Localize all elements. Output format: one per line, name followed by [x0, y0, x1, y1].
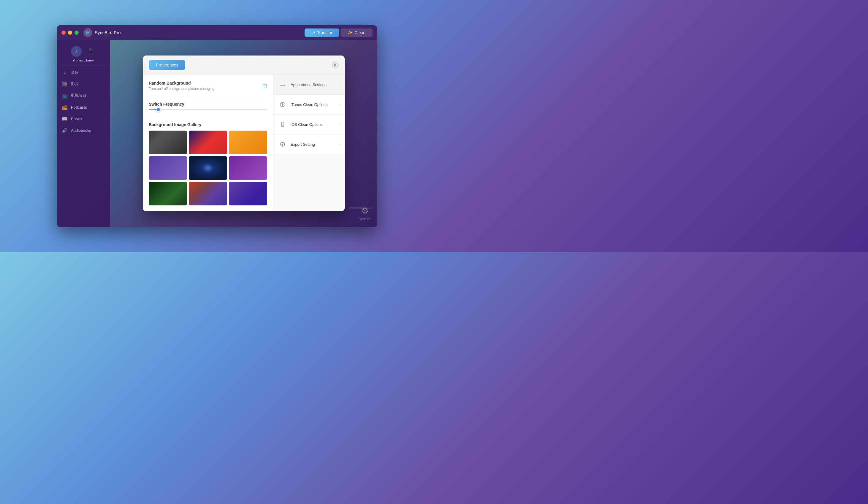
podcasts-icon: 📻 [61, 104, 68, 110]
modal-header: Preferences × [143, 55, 345, 75]
title-bar: 🐦 SyncBird Pro ↗ Transfer ✨ Clean [57, 25, 377, 40]
sidebar-item-music[interactable]: ♪ 音乐 [57, 67, 110, 78]
sidebar-library-label: iTunes Library [57, 59, 110, 64]
export-label: Export Setting [291, 142, 315, 147]
slider-thumb[interactable] [156, 107, 161, 112]
ios-arrow: › [339, 122, 340, 126]
gallery-item-1[interactable] [149, 131, 187, 154]
books-icon: 📖 [61, 116, 68, 122]
sidebar-item-tv[interactable]: 📺 电视节目 [57, 90, 110, 102]
switch-freq-title: Switch Frequency [149, 102, 267, 106]
sidebar-tab-itunes[interactable]: ♪ [71, 46, 82, 57]
svg-rect-1 [280, 85, 283, 85]
itunes-label: iTunes Clean Options [291, 102, 328, 107]
svg-rect-0 [280, 84, 285, 84]
svg-point-8 [282, 144, 283, 145]
sidebar-item-podcasts-label: Podcasts [71, 105, 87, 110]
tab-transfer[interactable]: ↗ Transfer [304, 29, 340, 37]
music-icon: ♪ [61, 70, 68, 75]
clean-icon: ✨ [348, 30, 353, 35]
gallery-item-4[interactable] [149, 156, 187, 180]
svg-point-4 [282, 104, 283, 105]
random-background-section: Random Background Turn on / off backgrou… [149, 81, 267, 91]
sidebar-item-audiobooks[interactable]: 🔊 Audiobooks [57, 125, 110, 136]
modal-body: Random Background Turn on / off backgrou… [143, 75, 345, 211]
tab-clean-label: Clean [354, 30, 365, 35]
appearance-arrow: › [339, 83, 340, 87]
minimize-button[interactable] [68, 31, 72, 35]
svg-point-6 [282, 125, 283, 126]
tab-clean[interactable]: ✨ Clean [341, 29, 373, 37]
sidebar-item-tv-label: 电视节目 [71, 93, 86, 98]
audiobooks-icon: 🔊 [61, 127, 68, 133]
random-bg-title: Random Background [149, 81, 267, 85]
tv-icon: 📺 [61, 93, 68, 99]
export-icon [278, 140, 287, 149]
title-bar-tabs: ↗ Transfer ✨ Clean [304, 29, 373, 37]
gallery-item-5[interactable] [189, 156, 227, 180]
sidebar-item-books-label: Books [71, 117, 82, 121]
modal-overlay: Preferences × Random Background Turn on … [110, 40, 377, 227]
sidebar-item-movies-label: 影片 [71, 81, 79, 87]
preferences-button[interactable]: Preferences [149, 60, 185, 70]
bird-icon: 🐦 [85, 30, 91, 35]
transfer-icon: ↗ [312, 30, 315, 35]
ios-label: iOS Clean Options [291, 122, 323, 127]
slider-container [149, 109, 267, 110]
movies-icon: 🎬 [61, 81, 68, 87]
sidebar-item-books[interactable]: 📖 Books [57, 113, 110, 125]
random-bg-toggle[interactable]: ☑ [262, 83, 267, 90]
gallery-item-3[interactable] [229, 131, 267, 154]
gallery-item-2[interactable] [189, 131, 227, 154]
gallery-item-6[interactable] [229, 156, 267, 180]
itunes-arrow: › [339, 102, 340, 106]
gallery-item-8[interactable] [189, 182, 227, 205]
modal-right-panel: Appearance Settings › [273, 75, 345, 211]
right-item-export[interactable]: Export Setting › [273, 134, 345, 154]
gallery-grid [149, 131, 267, 205]
preferences-modal: Preferences × Random Background Turn on … [143, 55, 345, 211]
sidebar-tab-device[interactable]: 📱 [85, 46, 96, 57]
svg-point-2 [283, 85, 285, 86]
gallery-section: Background Image Gallery [149, 122, 267, 205]
sidebar-item-audiobooks-label: Audiobooks [71, 128, 91, 133]
gallery-item-7[interactable] [149, 182, 187, 205]
appearance-icon [278, 80, 287, 89]
right-item-appearance[interactable]: Appearance Settings › [273, 75, 345, 95]
modal-left-panel: Random Background Turn on / off backgrou… [143, 75, 273, 211]
sidebar-item-music-label: 音乐 [71, 70, 79, 75]
tab-transfer-label: Transfer [317, 30, 332, 35]
setting-divider-1 [149, 97, 267, 97]
sidebar-item-movies[interactable]: 🎬 影片 [57, 78, 110, 90]
gallery-item-9[interactable] [229, 182, 267, 205]
right-item-ios[interactable]: iOS Clean Options › [273, 115, 345, 134]
modal-close-button[interactable]: × [332, 61, 339, 69]
slider-track[interactable] [149, 109, 267, 110]
setting-divider-2 [149, 116, 267, 116]
close-button[interactable] [61, 31, 65, 35]
main-area: ♪ 📱 iTunes Library ♪ 音乐 🎬 影片 📺 电视节目 📻 Po… [57, 40, 377, 227]
right-item-itunes[interactable]: iTunes Clean Options › [273, 95, 345, 115]
gallery-title: Background Image Gallery [149, 122, 267, 127]
random-bg-desc: Turn on / off background picture changin… [149, 87, 267, 91]
traffic-lights [61, 31, 79, 35]
app-name: SyncBird Pro [95, 30, 121, 35]
app-window: 🐦 SyncBird Pro ↗ Transfer ✨ Clean ♪ 📱 iT… [57, 25, 377, 227]
maximize-button[interactable] [74, 31, 79, 35]
app-logo: 🐦 SyncBird Pro [83, 28, 121, 37]
sidebar-divider-1 [60, 65, 106, 66]
content-area: art Preferences × Random [110, 40, 377, 227]
switch-frequency-section: Switch Frequency [149, 102, 267, 110]
sidebar-tab-icons: ♪ 📱 [57, 43, 110, 59]
export-arrow: › [339, 142, 340, 146]
appearance-label: Appearance Settings [291, 83, 327, 87]
sidebar: ♪ 📱 iTunes Library ♪ 音乐 🎬 影片 📺 电视节目 📻 Po… [57, 40, 110, 227]
itunes-icon [278, 100, 287, 109]
ios-icon [278, 120, 287, 129]
sidebar-item-podcasts[interactable]: 📻 Podcasts [57, 102, 110, 113]
app-icon: 🐦 [83, 28, 92, 37]
